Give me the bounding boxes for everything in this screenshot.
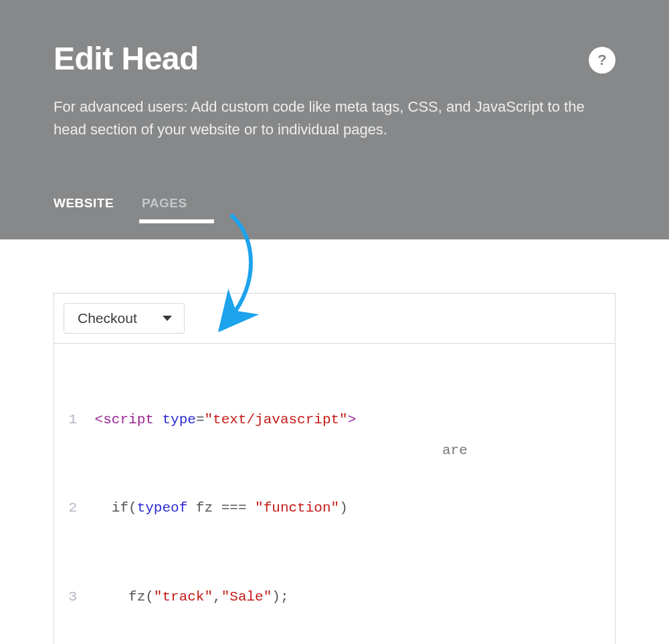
tab-website[interactable]: WEBSITE	[54, 196, 114, 223]
code-line: 1 <script type="text/javascript">	[54, 405, 615, 435]
dropdown-selected-label: Checkout	[78, 310, 137, 326]
code-editor[interactable]: 1 <script type="text/javascript"> 2 if(t…	[54, 344, 615, 644]
tab-underline	[139, 219, 214, 223]
panel-toolbar: Checkout	[54, 294, 615, 344]
tabs: WEBSITE PAGES	[54, 196, 615, 223]
line-number: 3	[54, 582, 86, 612]
header: Edit Head ? For advanced users: Add cust…	[0, 0, 669, 239]
edit-panel: Checkout 1 <script type="text/javascript…	[54, 293, 615, 644]
tab-pages[interactable]: PAGES	[142, 196, 187, 223]
line-number: 1	[54, 405, 86, 435]
code-line: 3 fz("track","Sale");	[54, 582, 615, 612]
content: Checkout 1 <script type="text/javascript…	[0, 239, 669, 644]
code-line: 2 if(typeof fz === "function")	[54, 494, 615, 523]
help-icon: ?	[597, 51, 606, 69]
line-number: 2	[54, 494, 86, 523]
page-subtitle: For advanced users: Add custom code like…	[54, 96, 615, 141]
page-title: Edit Head	[54, 40, 199, 77]
help-button[interactable]: ?	[589, 47, 615, 74]
stray-text: are	[442, 436, 468, 465]
page-select-dropdown[interactable]: Checkout	[64, 303, 185, 334]
chevron-down-icon	[163, 316, 172, 321]
